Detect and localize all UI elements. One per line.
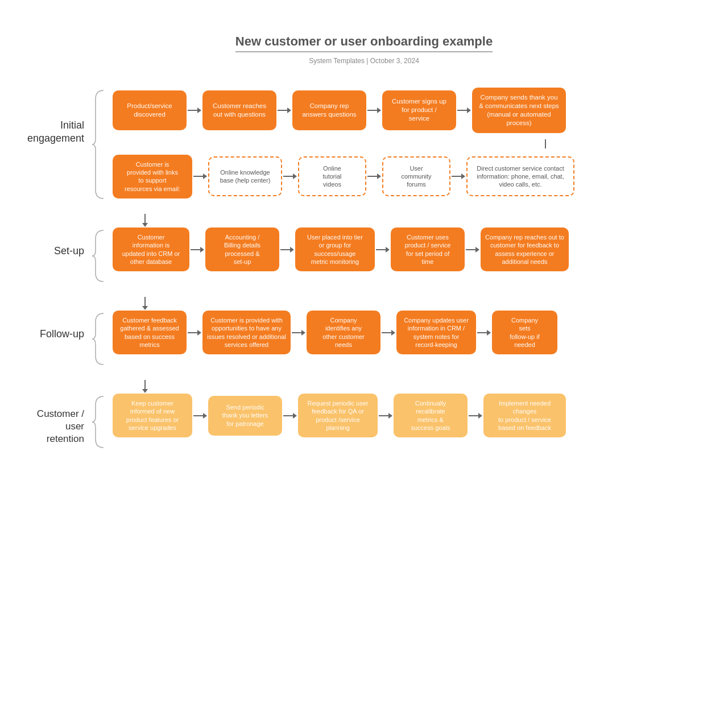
label-followup: Follow-up xyxy=(23,311,91,367)
nodes-area-retention: Keep customerinformed of newproduct feat… xyxy=(113,394,705,450)
nodes-area-initial: Product/servicediscovered Customer reach… xyxy=(113,88,705,201)
section-retention: Customer / userretention Keep customerin… xyxy=(23,394,705,450)
box-implement-changes: Implement needed changesto product / ser… xyxy=(483,394,566,437)
box-sets-followup: Companysetsfollow-up ifneeded xyxy=(492,311,557,354)
page: New customer or user onboarding example … xyxy=(0,0,728,728)
box-community-forums: Usercommunityforums xyxy=(382,156,450,196)
box-tutorial-videos: Onlinetutorialvideos xyxy=(298,156,366,196)
row-setup-main: Customerinformation isupdated into CRM o… xyxy=(113,228,705,271)
box-feedback-gathered: Customer feedbackgathered & assessedbase… xyxy=(113,311,187,354)
row-followup-main: Customer feedbackgathered & assessedbase… xyxy=(113,311,705,354)
box-company-rep-answers: Company repanswers questions xyxy=(292,90,366,130)
box-customer-reaches: Customer reachesout with questions xyxy=(202,90,276,130)
box-customer-uses: Customer usesproduct / servicefor set pe… xyxy=(391,228,465,271)
section-followup: Follow-up Customer feedbackgathered & as… xyxy=(23,311,705,367)
brace-setup xyxy=(91,228,107,284)
row-initial-sub: Customer isprovided with linksto support… xyxy=(113,155,705,198)
box-thank-you-letters: Send periodicthank you lettersfor patron… xyxy=(208,396,282,436)
box-rep-reaches-out: Company rep reaches out tocustomer for f… xyxy=(481,228,569,271)
section-setup: Set-up Customerinformation isupdated int… xyxy=(23,228,705,284)
box-company-sends-thanks: Company sends thank you& communicates ne… xyxy=(472,88,566,133)
down-arrow-to-retention xyxy=(134,380,156,393)
diagram-area: Initialengagement Product/servicediscove… xyxy=(23,88,705,450)
box-tier-group: User placed into tieror group forsuccess… xyxy=(295,228,375,271)
box-customer-signs: Customer signs upfor product /service xyxy=(382,90,456,130)
nodes-area-followup: Customer feedbackgathered & assessedbase… xyxy=(113,311,705,367)
label-initial-engagement: Initialengagement xyxy=(23,88,91,201)
box-periodic-feedback: Request periodic userfeedback for QA orp… xyxy=(298,394,378,437)
box-recalibrate: Continuallyrecalibratemetrics &success g… xyxy=(394,394,468,437)
subtitle: System Templates | October 3, 2024 xyxy=(23,57,705,65)
box-billing: Accounting /Billing detailsprocessed &se… xyxy=(205,228,279,271)
down-arrow-to-followup xyxy=(134,297,156,310)
box-crm-update: Customerinformation isupdated into CRM o… xyxy=(113,228,189,271)
row-initial-main: Product/servicediscovered Customer reach… xyxy=(113,88,705,133)
box-updates-crm: Company updates userinformation in CRM /… xyxy=(396,311,476,354)
box-product-discovered: Product/servicediscovered xyxy=(113,90,187,130)
box-issues-resolved: Customer is provided withopportunities t… xyxy=(202,311,291,354)
box-knowledge-base: Online knowledgebase (help center) xyxy=(208,156,282,196)
label-retention: Customer / userretention xyxy=(23,394,91,450)
row-retention-main: Keep customerinformed of newproduct feat… xyxy=(113,394,705,437)
nodes-area-setup: Customerinformation isupdated into CRM o… xyxy=(113,228,705,284)
brace-retention xyxy=(91,394,107,450)
box-customer-links: Customer isprovided with linksto support… xyxy=(113,155,192,198)
down-arrow-to-setup xyxy=(134,214,156,227)
section-initial-engagement: Initialengagement Product/servicediscove… xyxy=(23,88,705,201)
brace-followup xyxy=(91,311,107,367)
box-keep-informed: Keep customerinformed of newproduct feat… xyxy=(113,394,192,437)
title-section: New customer or user onboarding example … xyxy=(23,34,705,65)
box-direct-contact: Direct customer service contactinformati… xyxy=(466,156,574,196)
main-title: New customer or user onboarding example xyxy=(235,34,493,52)
label-setup: Set-up xyxy=(23,228,91,284)
brace-initial-engagement xyxy=(91,88,107,201)
box-other-needs: Companyidentifies anyother customerneeds xyxy=(307,311,380,354)
